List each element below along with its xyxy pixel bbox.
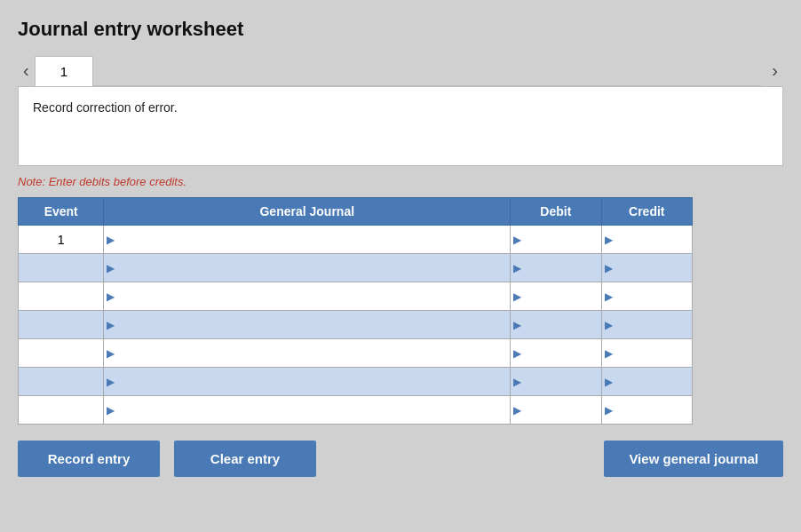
col-credit: Credit: [601, 198, 692, 226]
cell-credit[interactable]: ▶: [601, 282, 692, 311]
journal-input[interactable]: [104, 368, 510, 395]
cell-debit[interactable]: ▶: [511, 282, 601, 311]
cell-credit[interactable]: ▶: [601, 368, 692, 396]
table-row: ▶▶▶: [19, 339, 693, 368]
debit-input[interactable]: [511, 396, 600, 424]
credit-input[interactable]: [602, 368, 692, 395]
table-row: 1▶▶▶: [19, 226, 693, 254]
journal-input[interactable]: [104, 311, 510, 338]
journal-input[interactable]: [104, 396, 510, 424]
cell-debit[interactable]: ▶: [511, 254, 601, 282]
table-row: ▶▶▶: [19, 311, 693, 339]
record-entry-button[interactable]: Record entry: [18, 441, 160, 477]
credit-input[interactable]: [602, 254, 692, 282]
table-header-row: Event General Journal Debit Credit: [19, 198, 693, 226]
credit-input[interactable]: [602, 311, 692, 338]
credit-input[interactable]: [602, 226, 692, 253]
tab-1[interactable]: 1: [35, 56, 93, 86]
journal-input[interactable]: [104, 254, 510, 282]
cell-event: [19, 396, 104, 425]
credit-input[interactable]: [602, 396, 692, 424]
debit-input[interactable]: [511, 226, 600, 253]
debit-input[interactable]: [511, 311, 600, 338]
tab-prev-arrow[interactable]: ‹: [18, 61, 35, 79]
col-journal: General Journal: [104, 198, 511, 226]
cell-debit[interactable]: ▶: [511, 368, 601, 396]
debit-input[interactable]: [511, 282, 600, 310]
col-debit: Debit: [511, 198, 601, 226]
cell-journal[interactable]: ▶: [104, 339, 511, 368]
cell-credit[interactable]: ▶: [601, 311, 692, 339]
instruction-text: Record correction of error.: [33, 100, 178, 115]
cell-event: [19, 311, 104, 339]
cell-credit[interactable]: ▶: [601, 396, 692, 425]
cell-journal[interactable]: ▶: [104, 226, 511, 254]
cell-debit[interactable]: ▶: [511, 226, 601, 254]
debit-input[interactable]: [511, 254, 600, 282]
clear-entry-button[interactable]: Clear entry: [174, 441, 316, 477]
cell-event: [19, 368, 104, 396]
note-text: Note: Enter debits before credits.: [18, 175, 783, 188]
cell-credit[interactable]: ▶: [601, 226, 692, 254]
cell-journal[interactable]: ▶: [104, 368, 511, 396]
cell-event: [19, 254, 104, 282]
table-row: ▶▶▶: [19, 282, 693, 311]
instruction-box: Record correction of error.: [18, 86, 783, 166]
debit-input[interactable]: [511, 339, 600, 367]
journal-input[interactable]: [104, 282, 510, 310]
page-title: Journal entry worksheet: [18, 18, 783, 41]
journal-table: Event General Journal Debit Credit 1▶▶▶▶…: [18, 197, 693, 425]
cell-debit[interactable]: ▶: [511, 311, 601, 339]
col-event: Event: [19, 198, 104, 226]
tab-next-arrow[interactable]: ›: [766, 61, 783, 79]
cell-debit[interactable]: ▶: [511, 396, 601, 425]
cell-journal[interactable]: ▶: [104, 311, 511, 339]
cell-event: 1: [19, 226, 104, 254]
view-general-journal-button[interactable]: View general journal: [604, 441, 783, 477]
debit-input[interactable]: [511, 368, 600, 395]
buttons-row: Record entry Clear entry View general jo…: [18, 441, 783, 477]
cell-event: [19, 339, 104, 368]
credit-input[interactable]: [602, 282, 692, 310]
journal-input[interactable]: [104, 339, 510, 367]
cell-journal[interactable]: ▶: [104, 396, 511, 425]
cell-credit[interactable]: ▶: [601, 339, 692, 368]
cell-credit[interactable]: ▶: [601, 254, 692, 282]
table-row: ▶▶▶: [19, 254, 693, 282]
table-row: ▶▶▶: [19, 396, 693, 425]
credit-input[interactable]: [602, 339, 692, 367]
cell-journal[interactable]: ▶: [104, 282, 511, 311]
cell-journal[interactable]: ▶: [104, 254, 511, 282]
journal-input[interactable]: [104, 226, 510, 253]
cell-event: [19, 282, 104, 311]
cell-debit[interactable]: ▶: [511, 339, 601, 368]
tab-navigation: ‹ 1 ›: [18, 53, 783, 86]
table-row: ▶▶▶: [19, 368, 693, 396]
